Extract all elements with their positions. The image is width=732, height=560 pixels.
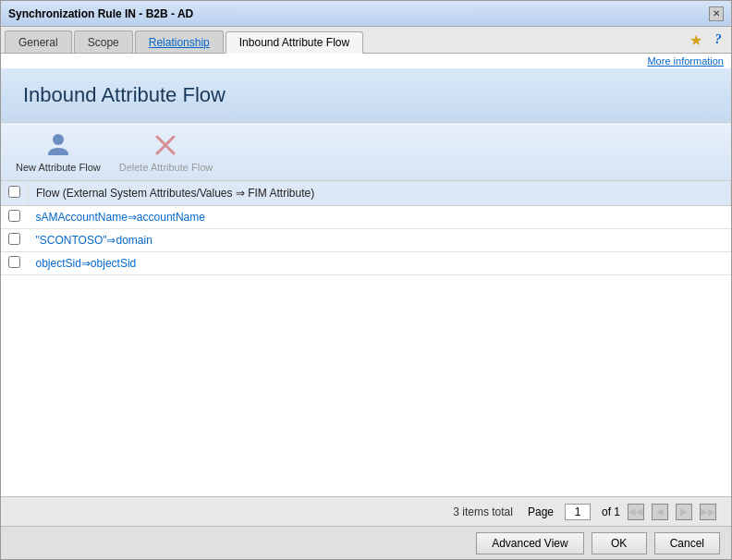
tab-icons: ★ ? [687, 30, 727, 53]
book-icon[interactable]: ★ [687, 30, 705, 49]
row-3-flow[interactable]: objectSid⇒objectSid [29, 252, 731, 275]
title-bar: Synchronization Rule IN - B2B - AD ✕ [1, 1, 731, 27]
row-1-checkbox[interactable] [8, 210, 20, 222]
table-row: objectSid⇒objectSid [1, 252, 731, 275]
tab-relationship[interactable]: Relationship [135, 30, 224, 53]
tab-general[interactable]: General [5, 30, 72, 53]
row-2-checkbox[interactable] [8, 233, 20, 245]
new-flow-label: New Attribute Flow [16, 162, 101, 173]
footer-bar: Advanced View OK Cancel [1, 526, 731, 559]
select-all-checkbox[interactable] [8, 186, 20, 198]
row-3-checkbox[interactable] [8, 256, 20, 268]
row-1-flow[interactable]: sAMAccountName⇒accountName [29, 206, 731, 229]
close-button[interactable]: ✕ [709, 6, 724, 21]
help-icon[interactable]: ? [709, 30, 727, 49]
page-input[interactable] [565, 504, 591, 520]
tab-inbound-attribute-flow[interactable]: Inbound Attribute Flow [226, 31, 363, 54]
toolbar: New Attribute Flow Delete Attribute Flow [1, 123, 731, 181]
attribute-table: Flow (External System Attributes/Values … [1, 181, 731, 275]
advanced-view-button[interactable]: Advanced View [476, 532, 584, 554]
ok-button[interactable]: OK [592, 532, 647, 554]
content-area: More information Inbound Attribute Flow … [1, 54, 731, 526]
row-2-checkbox-cell [1, 229, 29, 252]
delete-flow-label: Delete Attribute Flow [119, 162, 214, 173]
cancel-button[interactable]: Cancel [654, 532, 720, 554]
pagination-bar: 3 items total Page of 1 ◀◀ ◀ ▶ ▶▶ [1, 496, 731, 526]
page-label: Page [528, 505, 554, 518]
table-row: sAMAccountName⇒accountName [1, 206, 731, 229]
delete-flow-icon [151, 130, 180, 160]
page-of: of 1 [602, 505, 620, 518]
svg-point-0 [53, 134, 64, 145]
tab-scope[interactable]: Scope [74, 30, 133, 53]
checkbox-header [1, 181, 29, 206]
delete-attribute-flow-button[interactable]: Delete Attribute Flow [119, 130, 214, 173]
new-attribute-flow-button[interactable]: New Attribute Flow [16, 130, 101, 173]
new-flow-icon [43, 130, 73, 160]
last-page-button[interactable]: ▶▶ [700, 504, 716, 520]
tabs-bar: General Scope Relationship Inbound Attri… [1, 27, 731, 54]
row-2-flow[interactable]: "SCONTOSO"⇒domain [29, 229, 731, 252]
items-total: 3 items total [453, 505, 513, 518]
main-window: Synchronization Rule IN - B2B - AD ✕ Gen… [0, 0, 732, 560]
more-info-link[interactable]: More information [647, 55, 724, 67]
more-info-bar: More information [1, 54, 731, 68]
row-1-checkbox-cell [1, 206, 29, 229]
next-page-button[interactable]: ▶ [676, 504, 692, 520]
page-header: Inbound Attribute Flow [1, 68, 731, 123]
row-3-checkbox-cell [1, 252, 29, 275]
table-section: Flow (External System Attributes/Values … [1, 181, 731, 496]
window-title: Synchronization Rule IN - B2B - AD [8, 7, 193, 20]
table-row: "SCONTOSO"⇒domain [1, 229, 731, 252]
prev-page-button[interactable]: ◀ [652, 504, 668, 520]
table-header-row: Flow (External System Attributes/Values … [1, 181, 731, 206]
flow-column-header: Flow (External System Attributes/Values … [29, 181, 731, 206]
first-page-button[interactable]: ◀◀ [628, 504, 644, 520]
page-title: Inbound Attribute Flow [23, 83, 709, 107]
